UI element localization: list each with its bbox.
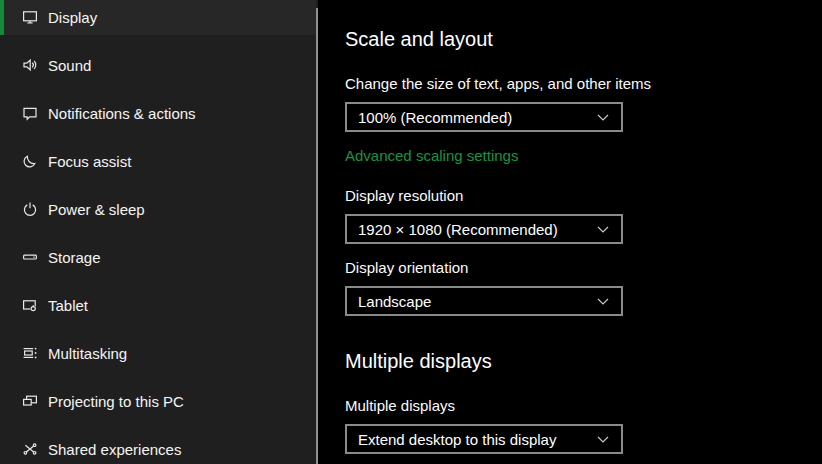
- sidebar-item-notifications[interactable]: Notifications & actions: [0, 95, 316, 131]
- sidebar-item-label: Focus assist: [48, 153, 131, 170]
- sound-icon: [22, 57, 38, 73]
- chevron-down-icon: [597, 298, 609, 305]
- sidebar-item-label: Shared experiences: [48, 441, 181, 458]
- sidebar-nav-list: Display Sound Notifica: [0, 0, 316, 464]
- sidebar-item-label: Tablet: [48, 297, 88, 314]
- scale-and-layout-heading: Scale and layout: [345, 28, 493, 51]
- multiple-displays-label: Multiple displays: [345, 397, 455, 414]
- sidebar-item-label: Power & sleep: [48, 201, 145, 218]
- resolution-label: Display resolution: [345, 187, 463, 204]
- resolution-dropdown-value: 1920 × 1080 (Recommended): [358, 221, 558, 238]
- settings-window: Display Sound Notifica: [0, 0, 822, 464]
- orientation-label: Display orientation: [345, 259, 468, 276]
- scale-dropdown[interactable]: 100% (Recommended): [345, 102, 623, 132]
- sidebar-item-label: Notifications & actions: [48, 105, 196, 122]
- sidebar-item-label: Sound: [48, 57, 91, 74]
- sidebar-item-label: Display: [48, 9, 97, 26]
- orientation-dropdown-value: Landscape: [358, 293, 431, 310]
- sidebar-item-focus-assist[interactable]: Focus assist: [0, 143, 316, 179]
- tablet-icon: [22, 297, 38, 313]
- multiple-displays-dropdown[interactable]: Extend desktop to this display: [345, 424, 623, 454]
- multiple-displays-dropdown-value: Extend desktop to this display: [358, 431, 556, 448]
- sidebar-item-power-sleep[interactable]: Power & sleep: [0, 191, 316, 227]
- multiple-displays-heading: Multiple displays: [345, 350, 492, 373]
- sidebar-item-label: Projecting to this PC: [48, 393, 184, 410]
- sidebar-item-shared-experiences[interactable]: Shared experiences: [0, 431, 316, 464]
- scale-label: Change the size of text, apps, and other…: [345, 75, 651, 92]
- scale-dropdown-value: 100% (Recommended): [358, 109, 512, 126]
- sidebar-item-projecting[interactable]: Projecting to this PC: [0, 383, 316, 419]
- sidebar-item-label: Storage: [48, 249, 101, 266]
- sidebar: Display Sound Notifica: [0, 0, 318, 464]
- orientation-dropdown[interactable]: Landscape: [345, 286, 623, 316]
- storage-icon: [22, 249, 38, 265]
- display-icon: [22, 9, 38, 25]
- sidebar-item-storage[interactable]: Storage: [0, 239, 316, 275]
- sidebar-item-label: Multitasking: [48, 345, 127, 362]
- chevron-down-icon: [597, 226, 609, 233]
- shared-experiences-icon: [22, 441, 38, 457]
- multitasking-icon: [22, 345, 38, 361]
- settings-content: Scale and layout Change the size of text…: [318, 0, 822, 464]
- advanced-scaling-link[interactable]: Advanced scaling settings: [345, 147, 518, 164]
- focus-assist-icon: [22, 153, 38, 169]
- resolution-dropdown[interactable]: 1920 × 1080 (Recommended): [345, 214, 623, 244]
- notifications-icon: [22, 105, 38, 121]
- chevron-down-icon: [597, 114, 609, 121]
- selected-accent-bar: [0, 0, 4, 35]
- sidebar-item-sound[interactable]: Sound: [0, 47, 316, 83]
- chevron-down-icon: [597, 436, 609, 443]
- power-icon: [22, 201, 38, 217]
- projecting-icon: [22, 393, 38, 409]
- sidebar-item-tablet[interactable]: Tablet: [0, 287, 316, 323]
- sidebar-item-multitasking[interactable]: Multitasking: [0, 335, 316, 371]
- sidebar-item-display[interactable]: Display: [0, 0, 316, 35]
